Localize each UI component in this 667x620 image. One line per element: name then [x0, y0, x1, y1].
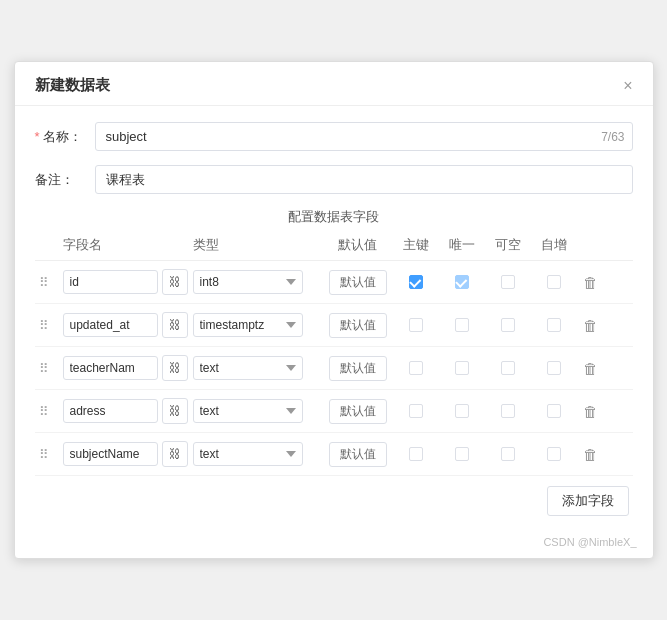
- field-default-btn-0[interactable]: 默认值: [329, 270, 387, 295]
- field-nullable-cell-2[interactable]: [485, 361, 531, 375]
- field-delete-btn-0[interactable]: 🗑: [583, 274, 598, 291]
- field-autoincr-checkbox-4[interactable]: [547, 447, 561, 461]
- field-pk-checkbox-0[interactable]: [409, 275, 423, 289]
- field-del-cell-4: 🗑: [577, 446, 605, 463]
- field-pk-cell-4[interactable]: [393, 447, 439, 461]
- field-default-cell-0: 默认值: [323, 270, 393, 295]
- field-type-cell-2: text int4 int8 text varchar bool timesta…: [193, 356, 323, 380]
- link-icon-0[interactable]: ⛓: [162, 269, 188, 295]
- field-type-cell-0: int8 int4 int8 text varchar bool timesta…: [193, 270, 323, 294]
- field-nullable-cell-3[interactable]: [485, 404, 531, 418]
- field-default-cell-4: 默认值: [323, 442, 393, 467]
- field-type-select-2[interactable]: text int4 int8 text varchar bool timesta…: [193, 356, 303, 380]
- field-autoincr-cell-3[interactable]: [531, 404, 577, 418]
- fields-container: ⠿ ⛓ int8 int4 int8 text varchar bool tim…: [35, 261, 633, 476]
- field-delete-btn-1[interactable]: 🗑: [583, 317, 598, 334]
- add-field-button[interactable]: 添加字段: [547, 486, 629, 516]
- field-pk-checkbox-4[interactable]: [409, 447, 423, 461]
- note-input[interactable]: [95, 165, 633, 194]
- name-row: * 名称： 7/63: [35, 122, 633, 151]
- field-unique-checkbox-1[interactable]: [455, 318, 469, 332]
- field-name-input-4[interactable]: [63, 442, 158, 466]
- field-default-btn-4[interactable]: 默认值: [329, 442, 387, 467]
- footer-row: 添加字段: [35, 476, 633, 520]
- field-default-btn-1[interactable]: 默认值: [329, 313, 387, 338]
- field-pk-checkbox-1[interactable]: [409, 318, 423, 332]
- field-type-select-4[interactable]: text int4 int8 text varchar bool timesta…: [193, 442, 303, 466]
- field-delete-btn-2[interactable]: 🗑: [583, 360, 598, 377]
- section-title: 配置数据表字段: [35, 208, 633, 226]
- field-nullable-cell-4[interactable]: [485, 447, 531, 461]
- field-autoincr-checkbox-1[interactable]: [547, 318, 561, 332]
- field-autoincr-checkbox-0[interactable]: [547, 275, 561, 289]
- link-icon-2[interactable]: ⛓: [162, 355, 188, 381]
- field-unique-cell-1[interactable]: [439, 318, 485, 332]
- field-type-select-0[interactable]: int8 int4 int8 text varchar bool timesta…: [193, 270, 303, 294]
- header-default: 默认值: [323, 236, 393, 254]
- field-delete-btn-4[interactable]: 🗑: [583, 446, 598, 463]
- field-autoincr-checkbox-3[interactable]: [547, 404, 561, 418]
- field-nullable-checkbox-2[interactable]: [501, 361, 515, 375]
- field-delete-btn-3[interactable]: 🗑: [583, 403, 598, 420]
- drag-handle-0[interactable]: ⠿: [39, 275, 63, 290]
- field-autoincr-cell-0[interactable]: [531, 275, 577, 289]
- field-type-cell-3: text int4 int8 text varchar bool timesta…: [193, 399, 323, 423]
- field-name-input-3[interactable]: [63, 399, 158, 423]
- field-unique-cell-2[interactable]: [439, 361, 485, 375]
- drag-handle-2[interactable]: ⠿: [39, 361, 63, 376]
- close-button[interactable]: ×: [623, 78, 632, 94]
- field-pk-cell-1[interactable]: [393, 318, 439, 332]
- field-autoincr-cell-2[interactable]: [531, 361, 577, 375]
- field-nullable-cell-0[interactable]: [485, 275, 531, 289]
- dialog-title: 新建数据表: [35, 76, 110, 95]
- field-autoincr-checkbox-2[interactable]: [547, 361, 561, 375]
- field-autoincr-cell-1[interactable]: [531, 318, 577, 332]
- name-input[interactable]: [95, 122, 633, 151]
- field-default-cell-2: 默认值: [323, 356, 393, 381]
- field-nullable-checkbox-0[interactable]: [501, 275, 515, 289]
- field-default-btn-3[interactable]: 默认值: [329, 399, 387, 424]
- field-nullable-checkbox-3[interactable]: [501, 404, 515, 418]
- name-counter: 7/63: [601, 130, 624, 144]
- field-name-input-1[interactable]: [63, 313, 158, 337]
- field-name-cell-3: ⛓: [63, 398, 193, 424]
- field-pk-cell-2[interactable]: [393, 361, 439, 375]
- field-pk-cell-3[interactable]: [393, 404, 439, 418]
- field-nullable-checkbox-4[interactable]: [501, 447, 515, 461]
- field-type-select-1[interactable]: timestamptz int4 int8 text varchar bool …: [193, 313, 303, 337]
- header-type: 类型: [193, 236, 323, 254]
- field-unique-checkbox-3[interactable]: [455, 404, 469, 418]
- field-pk-cell-0[interactable]: [393, 275, 439, 289]
- table-header: 字段名 类型 默认值 主键 唯一 可空 自增: [35, 236, 633, 261]
- drag-handle-1[interactable]: ⠿: [39, 318, 63, 333]
- field-unique-cell-3[interactable]: [439, 404, 485, 418]
- field-nullable-cell-1[interactable]: [485, 318, 531, 332]
- field-default-cell-3: 默认值: [323, 399, 393, 424]
- field-pk-checkbox-3[interactable]: [409, 404, 423, 418]
- field-type-select-3[interactable]: text int4 int8 text varchar bool timesta…: [193, 399, 303, 423]
- field-nullable-checkbox-1[interactable]: [501, 318, 515, 332]
- field-pk-checkbox-2[interactable]: [409, 361, 423, 375]
- dialog-body: * 名称： 7/63 备注： 配置数据表字段 字段名 类型 默认值 主键 唯一 …: [15, 106, 653, 530]
- field-del-cell-2: 🗑: [577, 360, 605, 377]
- field-unique-checkbox-4[interactable]: [455, 447, 469, 461]
- field-unique-cell-4[interactable]: [439, 447, 485, 461]
- note-row: 备注：: [35, 165, 633, 194]
- table-row: ⠿ ⛓ int8 int4 int8 text varchar bool tim…: [35, 261, 633, 304]
- drag-handle-4[interactable]: ⠿: [39, 447, 63, 462]
- table-row: ⠿ ⛓ text int4 int8 text varchar bool tim…: [35, 390, 633, 433]
- field-autoincr-cell-4[interactable]: [531, 447, 577, 461]
- name-input-wrapper: 7/63: [95, 122, 633, 151]
- link-icon-1[interactable]: ⛓: [162, 312, 188, 338]
- field-name-input-0[interactable]: [63, 270, 158, 294]
- link-icon-3[interactable]: ⛓: [162, 398, 188, 424]
- drag-handle-3[interactable]: ⠿: [39, 404, 63, 419]
- table-row: ⠿ ⛓ timestamptz int4 int8 text varchar b…: [35, 304, 633, 347]
- field-name-input-2[interactable]: [63, 356, 158, 380]
- table-row: ⠿ ⛓ text int4 int8 text varchar bool tim…: [35, 433, 633, 476]
- field-del-cell-1: 🗑: [577, 317, 605, 334]
- field-default-btn-2[interactable]: 默认值: [329, 356, 387, 381]
- field-type-cell-4: text int4 int8 text varchar bool timesta…: [193, 442, 323, 466]
- field-unique-checkbox-2[interactable]: [455, 361, 469, 375]
- link-icon-4[interactable]: ⛓: [162, 441, 188, 467]
